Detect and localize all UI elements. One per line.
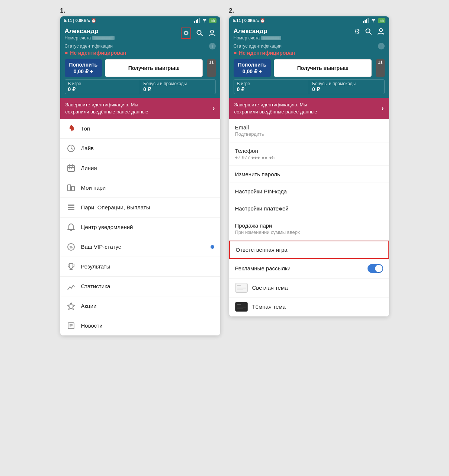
settings-promo-mailings-title: Рекламные рассылки [235,265,291,271]
svg-rect-18 [71,186,74,191]
settings-icon-1[interactable]: ⚙ [181,28,191,39]
settings-phone[interactable]: Телефон +7 977 ●●●-●●-●5 [229,142,389,166]
svg-rect-1 [196,20,197,23]
menu-item-operations[interactable]: Пари, Операции, Выплаты [60,198,220,218]
menu-item-line[interactable]: Линия [60,158,220,178]
svg-rect-17 [68,185,71,191]
menu-item-promo[interactable]: Акции [60,296,220,316]
trophy-icon [66,262,76,271]
bonus-1: Бонусы и промокоды 0 ₽ [140,80,215,94]
dark-theme-label: Тёмная тема [252,303,286,310]
settings-email[interactable]: Email Подтвердить [229,119,389,142]
in-game-2: В игре 0 ₽ [234,80,310,94]
settings-pin[interactable]: Настройки PIN-кода [229,183,389,200]
promo-toggle[interactable] [368,264,383,273]
dark-theme-icon [235,302,248,312]
svg-text:%: % [69,245,72,249]
banner-arrow-2: › [382,104,384,112]
svg-point-37 [379,29,382,32]
bell-icon [66,222,76,232]
status-bar-1: 5:11 | 0.0КБ/с ⏰ 55 [60,16,220,25]
menu-item-results[interactable]: Результаты [60,257,220,277]
info-icon-2[interactable]: i [378,43,385,49]
menu-label-operations: Пари, Операции, Выплаты [81,204,214,210]
menu-label-promo: Акции [81,303,214,309]
calendar-icon [66,163,76,173]
bets-icon [66,183,76,193]
svg-rect-33 [366,19,367,23]
settings-pin-title: Настройки PIN-кода [235,188,383,194]
settings-password[interactable]: Изменить пароль [229,166,389,183]
svg-marker-26 [68,303,74,309]
info-icon-1[interactable]: i [209,43,216,49]
deposit-button-1[interactable]: Пополнить 0,00 ₽ + [65,59,102,77]
settings-responsible[interactable]: Ответственная игра [229,241,389,259]
identification-banner-1[interactable]: Завершите идентификацию. Мысохранили вве… [60,98,220,119]
settings-sale[interactable]: Продажа пари При изменении суммы вверх [229,217,389,241]
banner-arrow-1: › [213,104,215,112]
menu-item-mybets[interactable]: Мои пари [60,178,220,198]
settings-icon-2[interactable]: ⚙ [354,28,360,36]
not-identified-2: ● Не идентифицирован [234,49,385,56]
settings-theme-light[interactable]: Светлая тема [229,279,389,298]
status-row-2: Статус идентификации i [234,43,385,49]
balance-row-1: Пополнить 0,00 ₽ + Получить выигрыш 11 [65,59,216,77]
menu-item-notifications[interactable]: Центр уведомлений [60,218,220,237]
svg-rect-21 [68,209,74,210]
banner-text-1: Завершите идентификацию. Мысохранили вве… [65,102,209,115]
account-2: Номер счета ●●●●●●● [234,35,354,41]
svg-rect-19 [68,205,74,206]
sub-balance-1: В игре 0 ₽ Бонусы и промокоды 0 ₽ [65,79,216,94]
header-icons-2: ⚙ [354,28,385,36]
menu-item-live[interactable]: Лайв [60,139,220,158]
settings-sale-sub: При изменении суммы вверх [235,229,383,235]
svg-rect-14 [69,168,70,169]
withdraw-button-1[interactable]: Получить выигрыш [105,59,203,77]
status-icons-2: 55 [363,18,385,23]
in-game-1: В игре 0 ₽ [65,80,141,94]
menu-label-results: Результаты [81,263,214,270]
identification-banner-2[interactable]: Завершите идентификацию. Мысохранили вве… [229,98,389,119]
status-time-2: 5:11 | 0.0КБ/с ⏰ [233,18,265,23]
svg-rect-15 [69,170,70,170]
bonus-2: Бонусы и промокоды 0 ₽ [309,80,384,94]
menu-label-live: Лайв [81,145,214,151]
menu-item-news[interactable]: Новости [60,316,220,335]
signal-icon-2 [363,18,369,23]
badge-11-2: 11 [376,59,384,77]
svg-rect-16 [71,168,72,169]
settings-email-title: Email [235,124,383,131]
settings-payments[interactable]: Настройки платежей [229,200,389,217]
screen1: 5:11 | 0.0КБ/с ⏰ 55 Александр Номер счет… [60,16,220,335]
svg-line-9 [71,148,73,149]
search-icon-1[interactable] [196,30,203,36]
menu-item-top[interactable]: Топ [60,119,220,139]
svg-rect-34 [368,18,369,23]
chart-icon [66,282,76,291]
profile-icon-2[interactable] [377,28,385,35]
header-1: Александр Номер счета 9●●●●●●3 ⚙ [60,25,220,98]
svg-rect-0 [194,21,195,23]
clock-icon [66,144,76,153]
search-icon-2[interactable] [365,28,372,35]
deposit-button-2[interactable]: Пополнить 0,00 ₽ + [234,59,271,77]
svg-rect-2 [197,19,198,23]
user-info-2: Александр Номер счета ●●●●●●● [234,28,354,41]
withdraw-button-2[interactable]: Получить выигрыш [274,59,372,77]
profile-icon-1[interactable] [208,30,216,36]
svg-rect-39 [237,285,241,286]
settings-theme-dark[interactable]: Тёмная тема [229,298,389,316]
status-bar-2: 5:11 | 0.0КБ/с ⏰ 55 [229,16,389,25]
svg-rect-44 [237,304,241,305]
sub-balance-2: В игре 0 ₽ Бонусы и промокоды 0 ₽ [234,79,385,94]
settings-sale-title: Продажа пари [235,222,383,229]
settings-responsible-title: Ответственная игра [236,247,382,253]
svg-rect-40 [237,287,246,287]
menu-item-statistics[interactable]: Статистика [60,277,220,296]
battery-icon: 55 [209,18,216,23]
settings-promo-mailings[interactable]: Рекламные рассылки [229,259,389,279]
menu-item-vip[interactable]: % Ваш VIP-статус [60,237,220,257]
badge-11-1: 11 [207,59,215,77]
not-identified-1: ● Не идентифицирован [65,49,216,56]
screen1-label: 1. [60,7,65,14]
